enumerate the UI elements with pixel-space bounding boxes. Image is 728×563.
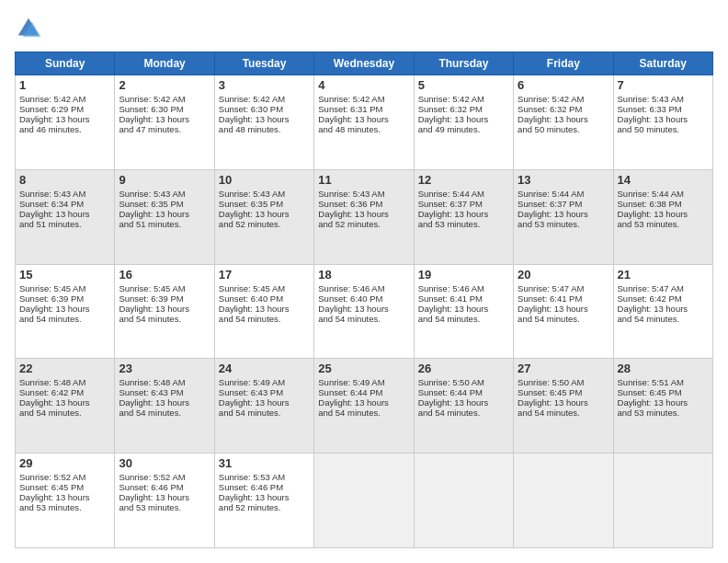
day-number: 3 [219,78,310,92]
sunset: Sunset: 6:46 PM [119,482,183,492]
calendar-cell: 26Sunrise: 5:50 AMSunset: 6:44 PMDayligh… [414,359,513,454]
sunset: Sunset: 6:32 PM [418,104,483,114]
daylight-and: and 53 minutes. [19,502,82,512]
daylight: Daylight: 13 hours [618,397,688,408]
daylight: Daylight: 13 hours [418,114,489,124]
sunset: Sunset: 6:42 PM [618,293,682,304]
day-number: 11 [318,173,409,187]
day-number: 8 [19,173,110,187]
sunrise: Sunrise: 5:42 AM [119,94,185,104]
calendar-cell: 18Sunrise: 5:46 AMSunset: 6:40 PMDayligh… [314,264,414,359]
sunrise: Sunrise: 5:44 AM [618,189,684,199]
day-number: 4 [318,78,409,92]
day-number: 16 [119,268,210,282]
daylight-and: and 53 minutes. [119,502,181,512]
sunrise: Sunrise: 5:51 AM [618,377,684,387]
calendar-cell: 12Sunrise: 5:44 AMSunset: 6:37 PMDayligh… [414,169,513,264]
sunset: Sunset: 6:29 PM [19,104,84,114]
calendar-cell: 27Sunrise: 5:50 AMSunset: 6:45 PMDayligh… [514,359,613,454]
day-number: 2 [119,78,210,92]
sunset: Sunset: 6:41 PM [518,293,582,304]
daylight: Daylight: 13 hours [219,209,290,219]
calendar-cell: 8Sunrise: 5:43 AMSunset: 6:34 PMDaylight… [16,169,115,264]
calendar-cell: 6Sunrise: 5:42 AMSunset: 6:32 PMDaylight… [514,75,613,170]
daylight: Daylight: 13 hours [19,304,90,314]
sunrise: Sunrise: 5:43 AM [19,189,85,199]
calendar-cell: 25Sunrise: 5:49 AMSunset: 6:44 PMDayligh… [314,359,414,454]
daylight-and: and 54 minutes. [219,314,281,324]
daylight: Daylight: 13 hours [219,397,290,408]
sunset: Sunset: 6:31 PM [318,104,382,114]
sunset: Sunset: 6:45 PM [19,482,84,492]
calendar-week-row: 15Sunrise: 5:45 AMSunset: 6:39 PMDayligh… [16,264,713,359]
calendar-cell: 3Sunrise: 5:42 AMSunset: 6:30 PMDaylight… [214,75,313,170]
sunrise: Sunrise: 5:53 AM [219,472,285,482]
logo-icon [15,15,42,42]
sunset: Sunset: 6:40 PM [318,293,382,304]
sunrise: Sunrise: 5:42 AM [518,94,584,104]
sunset: Sunset: 6:35 PM [219,199,283,209]
logo [15,15,46,42]
daylight-and: and 49 minutes. [418,124,481,134]
calendar-week-row: 1Sunrise: 5:42 AMSunset: 6:29 PMDaylight… [16,75,713,170]
sunrise: Sunrise: 5:52 AM [19,472,85,482]
sunset: Sunset: 6:42 PM [19,387,84,397]
daylight-and: and 47 minutes. [119,124,181,134]
daylight-and: and 53 minutes. [518,219,580,229]
daylight: Daylight: 13 hours [618,114,688,124]
day-number: 5 [418,78,509,92]
header [15,15,713,42]
daylight: Daylight: 13 hours [318,114,389,124]
day-number: 19 [418,268,509,282]
day-number: 17 [219,268,310,282]
sunrise: Sunrise: 5:48 AM [119,377,185,387]
sunrise: Sunrise: 5:42 AM [318,94,384,104]
sunrise: Sunrise: 5:50 AM [418,377,484,387]
sunrise: Sunrise: 5:45 AM [119,283,185,293]
day-number: 26 [418,362,509,375]
sunset: Sunset: 6:39 PM [119,293,183,304]
calendar-cell: 24Sunrise: 5:49 AMSunset: 6:43 PMDayligh… [214,359,313,454]
daylight-and: and 48 minutes. [219,124,281,134]
daylight-and: and 50 minutes. [518,124,580,134]
sunset: Sunset: 6:44 PM [318,387,382,397]
daylight-and: and 53 minutes. [618,219,680,229]
day-number: 1 [19,78,110,92]
sunset: Sunset: 6:33 PM [618,104,682,114]
day-number: 27 [518,362,609,375]
sunrise: Sunrise: 5:45 AM [219,283,285,293]
calendar-cell: 10Sunrise: 5:43 AMSunset: 6:35 PMDayligh… [214,169,313,264]
calendar-cell: 30Sunrise: 5:52 AMSunset: 6:46 PMDayligh… [115,454,214,548]
daylight: Daylight: 13 hours [418,397,489,408]
page: SundayMondayTuesdayWednesdayThursdayFrid… [0,0,728,563]
daylight: Daylight: 13 hours [119,492,189,502]
daylight: Daylight: 13 hours [219,304,290,314]
sunrise: Sunrise: 5:42 AM [418,94,484,104]
calendar-header-sunday: Sunday [16,52,115,75]
daylight: Daylight: 13 hours [418,304,489,314]
sunset: Sunset: 6:40 PM [219,293,283,304]
daylight-and: and 54 minutes. [19,408,82,418]
calendar-cell: 31Sunrise: 5:53 AMSunset: 6:46 PMDayligh… [214,454,313,548]
calendar-cell: 4Sunrise: 5:42 AMSunset: 6:31 PMDaylight… [314,75,414,170]
calendar-cell: 23Sunrise: 5:48 AMSunset: 6:43 PMDayligh… [115,359,214,454]
sunset: Sunset: 6:30 PM [119,104,183,114]
daylight-and: and 48 minutes. [318,124,381,134]
sunrise: Sunrise: 5:48 AM [19,377,85,387]
day-number: 29 [19,456,110,470]
daylight-and: and 51 minutes. [19,219,82,229]
daylight: Daylight: 13 hours [19,209,90,219]
sunrise: Sunrise: 5:42 AM [19,94,85,104]
sunrise: Sunrise: 5:43 AM [618,94,684,104]
day-number: 15 [19,268,110,282]
calendar-table: SundayMondayTuesdayWednesdayThursdayFrid… [15,52,713,548]
sunset: Sunset: 6:35 PM [119,199,183,209]
daylight: Daylight: 13 hours [518,397,588,408]
daylight-and: and 54 minutes. [19,314,82,324]
day-number: 6 [518,78,609,92]
sunset: Sunset: 6:34 PM [19,199,84,209]
daylight-and: and 54 minutes. [418,314,481,324]
day-number: 12 [418,173,509,187]
daylight-and: and 52 minutes. [219,219,281,229]
day-number: 23 [119,362,210,375]
